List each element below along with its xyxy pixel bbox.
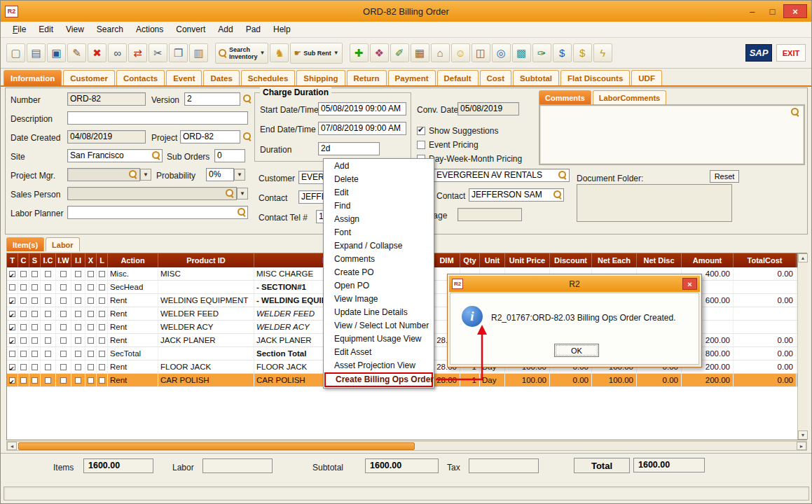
row-checkbox[interactable] bbox=[99, 337, 105, 344]
checkbox-event-pricing[interactable]: Event Pricing bbox=[417, 138, 522, 152]
row-checkbox[interactable] bbox=[99, 284, 105, 290]
project-mgr-dropdown[interactable]: ▼ bbox=[140, 169, 151, 181]
edit-pencil-icon[interactable]: ✎ bbox=[67, 43, 86, 62]
checkbox-box[interactable] bbox=[417, 127, 425, 135]
row-checkbox[interactable] bbox=[32, 377, 38, 384]
row-checkbox[interactable] bbox=[45, 298, 51, 304]
row-checkbox[interactable] bbox=[32, 351, 38, 357]
context-menu-item-delete[interactable]: Delete bbox=[324, 173, 433, 186]
tab-schedules[interactable]: Schedules bbox=[241, 70, 296, 85]
tab-udf[interactable]: UDF bbox=[631, 70, 662, 85]
row-checkbox[interactable] bbox=[75, 311, 81, 317]
smiley-icon[interactable]: ☺ bbox=[451, 43, 470, 62]
sales-person-field[interactable] bbox=[67, 187, 237, 200]
scroll-right-button[interactable]: ► bbox=[797, 442, 806, 450]
calendar-icon[interactable]: ▦ bbox=[411, 43, 429, 62]
row-checkbox[interactable] bbox=[45, 364, 51, 370]
row-checkbox[interactable] bbox=[32, 311, 38, 317]
row-checkbox[interactable] bbox=[60, 324, 67, 330]
site-field[interactable]: San Francisco bbox=[67, 149, 163, 162]
minimize-button[interactable]: – bbox=[743, 4, 762, 18]
scroll-up-button[interactable]: ▲ bbox=[798, 253, 808, 262]
scroll-down-button[interactable]: ▼ bbox=[798, 430, 808, 440]
tab-item-s[interactable]: Item(s) bbox=[6, 237, 44, 251]
maximize-button[interactable]: □ bbox=[763, 4, 782, 18]
tab-payment[interactable]: Payment bbox=[388, 70, 436, 85]
tab-customer[interactable]: Customer bbox=[63, 70, 115, 85]
row-checkbox[interactable] bbox=[88, 284, 94, 290]
row-checkbox[interactable] bbox=[9, 324, 15, 330]
cube-icon[interactable]: ▩ bbox=[512, 43, 531, 62]
end-datetime-field[interactable]: 07/08/2019 09:00 AM bbox=[318, 122, 406, 135]
disk-icon[interactable]: ◎ bbox=[492, 43, 511, 62]
row-checkbox[interactable] bbox=[20, 377, 27, 384]
dialog-close-button[interactable]: × bbox=[682, 278, 697, 290]
row-checkbox[interactable] bbox=[9, 298, 15, 304]
delete-icon[interactable]: ✖ bbox=[88, 43, 106, 62]
row-checkbox[interactable] bbox=[32, 298, 38, 304]
site-lookup-icon[interactable] bbox=[152, 151, 160, 160]
tab-information[interactable]: Information bbox=[4, 70, 62, 85]
context-menu-item-asset-projection-view[interactable]: Asset Projection View bbox=[324, 359, 433, 372]
customer-lookup-icon[interactable] bbox=[558, 171, 567, 179]
sap-button[interactable]: SAP bbox=[745, 44, 772, 62]
cut-icon[interactable]: ✂ bbox=[149, 43, 167, 62]
exit-button[interactable]: EXIT bbox=[776, 44, 806, 62]
row-checkbox[interactable] bbox=[75, 337, 81, 344]
version-lookup-icon[interactable] bbox=[243, 94, 252, 103]
menu-item-actions[interactable]: Actions bbox=[130, 23, 170, 36]
row-checkbox[interactable] bbox=[20, 351, 27, 357]
row-checkbox[interactable] bbox=[9, 377, 15, 384]
row-checkbox[interactable] bbox=[9, 311, 15, 317]
menu-item-search[interactable]: Search bbox=[90, 23, 130, 36]
context-menu-item-update-line-details[interactable]: Update Line Details bbox=[324, 306, 433, 319]
row-checkbox[interactable] bbox=[75, 364, 81, 370]
row-checkbox[interactable] bbox=[9, 271, 15, 277]
row-checkbox[interactable] bbox=[60, 284, 67, 290]
compose-icon[interactable]: ✑ bbox=[532, 43, 551, 62]
row-checkbox[interactable] bbox=[88, 271, 94, 277]
checkbox-show-suggestions[interactable]: Show Suggestions bbox=[417, 124, 522, 138]
context-menu-item-create-po[interactable]: Create PO bbox=[324, 266, 433, 279]
row-checkbox[interactable] bbox=[32, 364, 38, 370]
labor-planner-lookup-icon[interactable] bbox=[238, 208, 246, 216]
row-checkbox[interactable] bbox=[20, 364, 27, 370]
dollar-coins-icon[interactable]: $ bbox=[573, 43, 592, 62]
sub-rent-button[interactable]: ☛ Sub Rent ▼ bbox=[290, 43, 342, 64]
contact-lookup-icon[interactable] bbox=[553, 190, 562, 199]
checkbox-box[interactable] bbox=[417, 141, 425, 149]
row-checkbox[interactable] bbox=[45, 271, 51, 277]
row-checkbox[interactable] bbox=[20, 337, 27, 344]
description-field[interactable] bbox=[67, 111, 248, 125]
row-checkbox[interactable] bbox=[45, 337, 51, 344]
menu-item-file[interactable]: File bbox=[6, 23, 32, 36]
row-checkbox[interactable] bbox=[45, 311, 51, 317]
row-checkbox[interactable] bbox=[20, 311, 27, 317]
project-mgr-lookup-icon[interactable] bbox=[129, 170, 137, 178]
row-checkbox[interactable] bbox=[32, 271, 38, 277]
tab-shipping[interactable]: Shipping bbox=[296, 70, 345, 85]
tab-laborcomments[interactable]: LaborComments bbox=[593, 90, 666, 104]
menu-item-pad[interactable]: Pad bbox=[240, 23, 267, 36]
context-menu-item-comments[interactable]: Comments bbox=[324, 253, 433, 266]
tab-subtotal[interactable]: Subtotal bbox=[513, 70, 559, 85]
reset-button[interactable]: Reset bbox=[710, 170, 739, 183]
context-menu-item-font[interactable]: Font bbox=[324, 226, 433, 239]
tab-return[interactable]: Return bbox=[347, 70, 387, 85]
row-checkbox[interactable] bbox=[60, 364, 67, 370]
probability-field[interactable]: 0% bbox=[206, 168, 234, 181]
project-lookup-icon[interactable] bbox=[243, 132, 252, 141]
row-checkbox[interactable] bbox=[99, 298, 105, 304]
context-menu-item-find[interactable]: Find bbox=[324, 200, 433, 213]
context-menu-item-add[interactable]: Add bbox=[324, 160, 433, 173]
tab-default[interactable]: Default bbox=[437, 70, 479, 85]
convert-document-icon[interactable]: ⇄ bbox=[128, 43, 147, 62]
row-checkbox[interactable] bbox=[60, 311, 67, 317]
row-checkbox[interactable] bbox=[60, 271, 67, 277]
ok-button[interactable]: OK bbox=[554, 344, 599, 357]
row-checkbox[interactable] bbox=[45, 284, 51, 290]
tab-event[interactable]: Event bbox=[166, 70, 202, 85]
menu-item-add[interactable]: Add bbox=[212, 23, 239, 36]
tab-comments[interactable]: Comments bbox=[539, 90, 591, 104]
menu-item-convert[interactable]: Convert bbox=[170, 23, 212, 36]
